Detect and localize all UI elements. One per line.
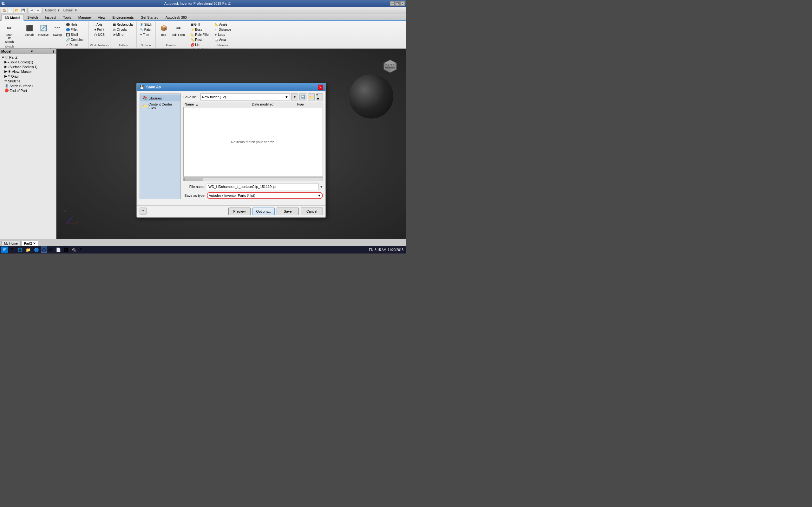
tray-date: 11/20/2015	[388, 248, 403, 251]
tree-item-solid-bodies[interactable]: ▶ ▪ Solid Bodies(1)	[1, 60, 55, 64]
point-btn[interactable]: ● Point	[93, 27, 106, 32]
shell-btn[interactable]: 🔲 Shell	[65, 32, 85, 37]
tab-inspect[interactable]: Inspect	[42, 14, 60, 20]
tab-part2[interactable]: Part2 ✕	[21, 241, 38, 246]
taskbar-app1[interactable]: 🔵	[33, 246, 40, 253]
tree-item-end-of-part[interactable]: 🔴 End of Part	[1, 88, 55, 93]
start-button[interactable]: ⊞	[1, 246, 8, 253]
nav-up-btn[interactable]: ⬆	[291, 94, 298, 101]
box-btn[interactable]: 📦 Box	[157, 22, 170, 38]
preview-btn[interactable]: Preview	[229, 208, 251, 215]
taskbar-inventor[interactable]: ⬡	[41, 246, 47, 253]
angle-btn[interactable]: 📐 Angle	[213, 22, 233, 27]
start-sketch-btn[interactable]: ✏ Start2D Sketch	[2, 22, 17, 44]
circular-btn[interactable]: ◎ Circular	[112, 27, 135, 32]
taskbar-word[interactable]: W	[48, 246, 54, 253]
taskbar-app3[interactable]: S	[78, 246, 84, 253]
extrude-btn[interactable]: ⬛ Extrude	[23, 22, 36, 38]
qa-undo-btn[interactable]: ↩	[29, 8, 35, 13]
tree-item-part2[interactable]: ▼ ⬡ Part2	[1, 55, 55, 60]
qa-new-btn[interactable]: 📄	[8, 8, 13, 13]
view-options-btn[interactable]: ≡ ▼	[316, 94, 323, 101]
taskbar-acrobat[interactable]: 🅰	[63, 246, 69, 253]
patch-btn[interactable]: 🔧 Patch	[138, 27, 154, 32]
sweep-label: Sweep	[53, 33, 62, 37]
model-panel-header: Model ▼ ?	[0, 49, 56, 54]
hole-btn[interactable]: ⚫ Hole	[65, 22, 85, 27]
tree-item-stitch-surface[interactable]: 🧵 Stitch Surface1	[1, 83, 55, 88]
taskbar-folder[interactable]: 📁	[24, 246, 32, 253]
distance-btn[interactable]: ↔ Distance	[213, 27, 233, 32]
help-btn[interactable]: ?	[140, 208, 147, 215]
tab-environments[interactable]: Environments	[109, 14, 137, 20]
direct-btn[interactable]: ↗ Direct	[65, 43, 85, 47]
rule-fillet-btn[interactable]: 📐 Rule Fillet	[189, 32, 211, 37]
horizontal-scrollbar[interactable]	[183, 177, 323, 181]
nav-back-btn[interactable]: 🔙	[299, 94, 306, 101]
scrollbar-thumb[interactable]	[184, 178, 203, 181]
tab-view[interactable]: View	[94, 14, 109, 20]
close-btn[interactable]: ✕	[400, 1, 405, 6]
sidebar-libraries[interactable]: 📚 Libraries	[140, 95, 181, 101]
tree-item-surface-bodies[interactable]: ▶ ▫ Surface Bodies(1)	[1, 64, 55, 69]
taskbar-chrome[interactable]: 🌐	[16, 246, 24, 253]
tree-item-view-master[interactable]: ▶ 👁 View: Master	[1, 69, 55, 74]
viewport: TOP FRONT RIGHT X Y Z 💾	[56, 49, 406, 239]
qa-save-btn[interactable]: 💾	[20, 8, 26, 13]
trim-btn[interactable]: ✂ Trim	[138, 32, 154, 37]
loop-btn[interactable]: ↩ Loop	[213, 32, 233, 37]
save-btn[interactable]: Save	[276, 208, 299, 215]
tree-expand-icon: ▼	[1, 55, 5, 59]
grill-btn[interactable]: ▦ Grill	[189, 22, 211, 27]
dialog-close-btn[interactable]: ✕	[318, 84, 323, 90]
tab-3d-model[interactable]: 3D Model	[1, 14, 24, 21]
main-area: Model ▼ ? ▼ ⬡ Part2 ▶ ▪ Solid Bodies(1) …	[0, 49, 406, 239]
tab-autodesk360[interactable]: Autodesk 360	[162, 14, 190, 20]
taskbar-doc[interactable]: 📄	[55, 246, 62, 253]
cancel-btn[interactable]: Cancel	[301, 208, 323, 215]
model-panel-help[interactable]: ?	[52, 49, 55, 53]
tree-expand-solid: ▶	[4, 60, 7, 64]
restore-btn[interactable]: ❐	[395, 1, 400, 6]
new-folder-btn[interactable]: 📁	[308, 94, 315, 101]
taskbar-app2[interactable]: 🔌	[70, 246, 78, 253]
qa-home-btn[interactable]: 🏠	[1, 8, 7, 13]
ribbon-tabs: 3D Model Sketch Inspect Tools Manage Vie…	[0, 14, 406, 21]
extrude-label: Extrude	[24, 33, 34, 37]
rest-btn[interactable]: 📏 Rest	[189, 38, 211, 42]
boss-btn[interactable]: ⚡ Boss	[189, 27, 211, 32]
taskbar-file-explorer[interactable]: 🗓	[9, 246, 15, 253]
tree-item-sketch1[interactable]: ✏ Sketch1	[1, 78, 55, 83]
lip-btn[interactable]: 💋 Lip	[189, 43, 211, 47]
combine-btn[interactable]: 🔗 Combine	[65, 38, 85, 42]
options-btn[interactable]: Options...	[252, 208, 275, 215]
tree-part-label: Part2	[9, 55, 17, 59]
qa-open-btn[interactable]: 📂	[14, 8, 20, 13]
tab-sketch[interactable]: Sketch	[24, 14, 42, 20]
tree-solid-icon: ▪	[8, 60, 9, 64]
mirror-btn[interactable]: ⟳ Mirror	[112, 32, 135, 37]
area-btn[interactable]: 📊 Area	[213, 38, 233, 42]
fillet-btn[interactable]: 🔵 Fillet	[65, 27, 85, 32]
tab-tools[interactable]: Tools	[60, 14, 75, 20]
tab-manage[interactable]: Manage	[75, 14, 95, 20]
minimize-btn[interactable]: —	[390, 1, 395, 6]
sweep-btn[interactable]: 〰 Sweep	[51, 22, 64, 38]
ribbon-group-modify-content: ↕ Axis ● Point ⬡ UCS	[93, 22, 106, 43]
rectangular-btn[interactable]: ▦ Rectangular	[112, 22, 135, 27]
revolve-btn[interactable]: 🔄 Revolve	[37, 22, 50, 38]
tree-item-origin[interactable]: ▶ ⊕ Origin	[1, 74, 55, 78]
file-name-input[interactable]	[207, 183, 318, 190]
tab-get-started[interactable]: Get Started	[137, 14, 162, 20]
qa-redo-btn[interactable]: ↪	[35, 8, 41, 13]
edit-form-btn[interactable]: ✏ Edit Form	[171, 22, 187, 38]
tab-my-home[interactable]: My Home	[1, 241, 20, 246]
stitch-btn[interactable]: 🧵 Stitch	[138, 22, 154, 27]
save-in-dropdown[interactable]: New folder (12) ▼	[200, 94, 290, 101]
ucs-btn[interactable]: ⬡ UCS	[93, 32, 106, 37]
sidebar-content-center[interactable]: 📁 Content Center Files	[140, 101, 181, 111]
axis-btn[interactable]: ↕ Axis	[93, 22, 106, 27]
save-as-type-dropdown[interactable]: Autodesk Inventor Parts (*.ipt) ▼	[207, 192, 323, 199]
title-bar-left: 🏗	[1, 2, 5, 5]
tree-view-icon: 👁	[8, 70, 11, 73]
